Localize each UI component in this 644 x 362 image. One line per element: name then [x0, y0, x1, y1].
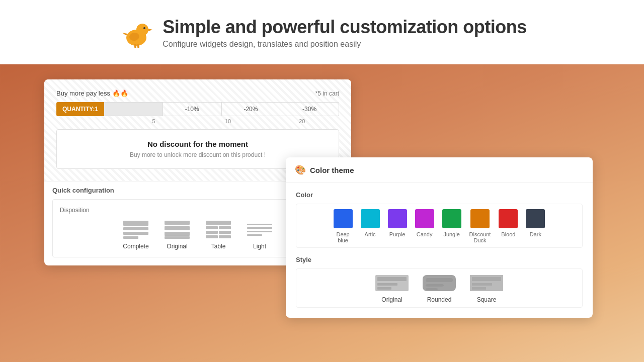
qty-num-10: 10 [191, 118, 265, 124]
light-icon [246, 220, 273, 240]
svg-marker-3 [148, 29, 152, 31]
palette-icon: 🎨 [295, 164, 306, 175]
color-artic[interactable]: Artic [361, 209, 380, 243]
svg-marker-5 [122, 33, 127, 36]
table-label: Table [211, 243, 226, 250]
jungle-label: Jungle [443, 231, 459, 237]
color-dark[interactable]: Dark [526, 209, 545, 243]
svg-rect-26 [247, 234, 262, 236]
svg-rect-18 [219, 226, 231, 229]
complete-icon [122, 220, 149, 240]
header-text: Simple and powerful customization option… [163, 17, 527, 49]
disposition-original[interactable]: Original [164, 220, 191, 250]
buy-more-label: Buy more pay less 🔥🔥 [56, 89, 128, 97]
svg-rect-38 [472, 287, 486, 290]
svg-rect-21 [206, 235, 218, 238]
qty-num-5: 5 [117, 118, 191, 124]
qty-label: QUANTITY:1 [56, 102, 104, 116]
page-title: Simple and powerful customization option… [163, 17, 527, 38]
svg-rect-34 [426, 288, 438, 290]
svg-rect-24 [247, 227, 272, 229]
style-square-label: Square [477, 296, 497, 303]
svg-rect-17 [206, 226, 218, 229]
no-discount-title: No discount for the moment [65, 140, 331, 148]
color-section-label: Color [296, 191, 583, 199]
qty-segment-2: -10% [163, 102, 222, 116]
svg-rect-6 [134, 44, 136, 48]
style-square-icon [469, 274, 504, 292]
style-rounded-icon [422, 274, 457, 292]
complete-label: Complete [123, 243, 148, 250]
qty-segment-1 [104, 102, 163, 116]
blood-swatch [499, 209, 518, 228]
svg-rect-7 [137, 44, 139, 48]
svg-rect-16 [206, 221, 231, 225]
svg-rect-28 [377, 277, 407, 281]
style-original[interactable]: Original [374, 274, 410, 303]
candy-label: Candy [417, 231, 433, 237]
svg-rect-23 [247, 224, 272, 225]
svg-rect-37 [472, 283, 492, 286]
color-blood[interactable]: Blood [499, 209, 518, 243]
svg-rect-32 [426, 278, 453, 282]
color-card-header: 🎨 Color theme [286, 157, 593, 183]
color-purple[interactable]: Purple [388, 209, 407, 243]
style-section-label: Style [296, 256, 583, 263]
svg-rect-11 [123, 236, 138, 239]
color-candy[interactable]: Candy [415, 209, 434, 243]
svg-rect-14 [165, 232, 190, 236]
style-original-label: Original [381, 296, 402, 303]
style-rounded-label: Rounded [427, 296, 452, 303]
svg-rect-33 [426, 284, 444, 287]
table-icon [205, 220, 232, 240]
disposition-table[interactable]: Table [205, 220, 232, 250]
qty-segment-4: -30% [280, 102, 339, 116]
qty-num-20: 20 [265, 118, 339, 124]
svg-rect-19 [206, 231, 218, 234]
discount-duck-swatch [470, 209, 490, 228]
svg-rect-30 [377, 287, 391, 290]
svg-rect-12 [165, 221, 190, 225]
cart-label: *5 in cart [315, 90, 339, 97]
color-theme-card: 🎨 Color theme Color Deepblue Artic [286, 157, 593, 318]
purple-label: Purple [389, 231, 406, 237]
svg-rect-29 [377, 283, 397, 286]
page-subtitle: Configure widgets design, translates and… [163, 40, 527, 49]
svg-rect-13 [165, 226, 190, 230]
artic-swatch [361, 209, 380, 228]
duck-logo-icon [117, 15, 153, 51]
light-label: Light [253, 243, 266, 250]
deep-blue-label: Deepblue [336, 231, 349, 243]
svg-rect-25 [247, 231, 272, 232]
candy-swatch [415, 209, 434, 228]
style-original-icon [374, 274, 410, 292]
dark-swatch [526, 209, 545, 228]
dark-label: Dark [530, 231, 541, 237]
quantity-bar: QUANTITY:1 -10% -20% -30% [56, 102, 339, 116]
purple-swatch [388, 209, 407, 228]
main-area: Buy more pay less 🔥🔥 *5 in cart QUANTITY… [0, 64, 644, 362]
disposition-complete[interactable]: Complete [122, 220, 149, 250]
style-section: Style Original [296, 256, 583, 308]
svg-point-4 [143, 27, 145, 29]
artic-label: Artic [365, 231, 376, 237]
jungle-swatch [442, 209, 461, 228]
qty-numbers: 5 10 20 [117, 118, 339, 124]
original-label: Original [167, 243, 187, 250]
svg-rect-8 [123, 221, 148, 226]
discount-duck-label: DiscountDuck [469, 231, 491, 243]
style-grid: Original Rounded [296, 268, 583, 308]
qty-segment-3: -20% [222, 102, 281, 116]
disposition-light[interactable]: Light [246, 220, 273, 250]
blood-label: Blood [501, 231, 515, 237]
svg-rect-20 [219, 231, 231, 234]
color-discount-duck[interactable]: DiscountDuck [469, 209, 491, 243]
widget-top-row: Buy more pay less 🔥🔥 *5 in cart [56, 89, 339, 97]
svg-rect-15 [165, 236, 190, 239]
color-jungle[interactable]: Jungle [442, 209, 461, 243]
svg-rect-9 [123, 227, 148, 230]
color-card-body: Color Deepblue Artic Purple [286, 183, 593, 318]
style-square[interactable]: Square [469, 274, 504, 303]
style-rounded[interactable]: Rounded [422, 274, 457, 303]
color-deep-blue[interactable]: Deepblue [334, 209, 353, 243]
